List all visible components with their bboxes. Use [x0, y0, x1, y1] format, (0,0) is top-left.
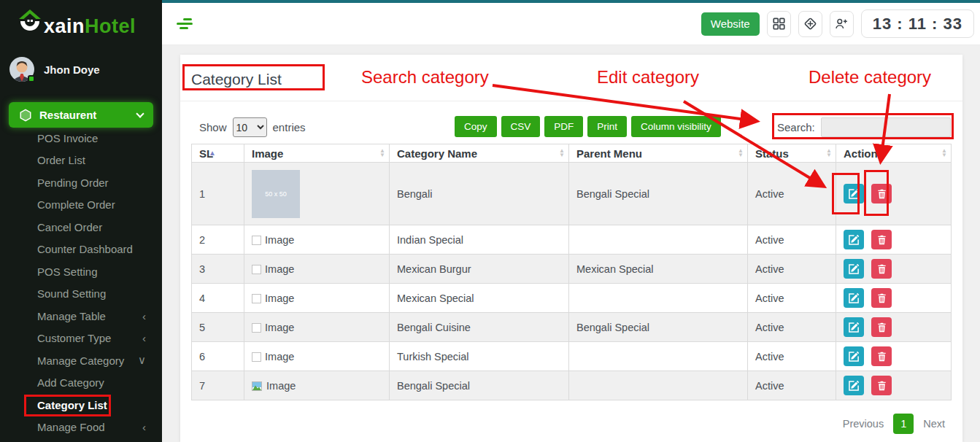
trash-icon	[877, 322, 887, 333]
sidebar-menu-item[interactable]: Sound Setting	[0, 283, 162, 306]
delete-button[interactable]	[871, 317, 892, 337]
sort-icons: ▲▼	[738, 149, 744, 158]
cell-image: Image	[244, 284, 390, 313]
next-page-button[interactable]: Next	[923, 418, 945, 430]
page-title: Category List	[191, 71, 282, 88]
column-header[interactable]: Action ▲▼	[836, 144, 952, 163]
person-plus-icon	[835, 18, 848, 31]
grid-icon	[773, 18, 785, 30]
image-alt-text: Image	[265, 322, 294, 333]
trash-icon	[877, 352, 887, 362]
entries-select[interactable]: 10	[233, 117, 267, 137]
sidebar-menu-item[interactable]: Counter Dashboard	[0, 239, 162, 261]
page-length-control: Show 10 entries	[199, 117, 306, 137]
sidebar-menu-item[interactable]: POS Invoice	[0, 127, 162, 150]
delete-button[interactable]	[871, 230, 892, 249]
edit-button[interactable]	[844, 230, 864, 249]
sort-icons: ▲▼	[941, 149, 947, 158]
edit-pencil-icon	[849, 234, 860, 245]
sidebar-item-label: Customer Type	[37, 332, 111, 344]
edit-button[interactable]	[844, 259, 864, 279]
cell-category-name: Mexican Special	[390, 284, 569, 313]
image-placeholder: 50 x 50	[252, 170, 300, 218]
edit-button[interactable]	[844, 376, 864, 395]
sidebar-item-restaurent[interactable]: Restaurent	[9, 102, 153, 128]
sidebar-item-label: Sound Setting	[37, 287, 106, 300]
hexagon-icon	[19, 109, 32, 122]
column-header-label: Parent Menu	[576, 147, 642, 160]
export-button-csv[interactable]: CSV	[501, 116, 541, 137]
sidebar-menu: POS Invoice Order List Pending Order Com…	[0, 127, 162, 438]
cell-status: Active	[748, 284, 836, 313]
sidebar-menu-item[interactable]: Complete Order	[0, 194, 162, 217]
broken-image-icon	[252, 236, 261, 245]
category-table: SL ▲ Image ▲▼ Category Name ▲▼ Parent Me…	[191, 144, 952, 400]
sidebar-menu-item[interactable]: Cancel Order	[0, 216, 162, 239]
cell-image: Image	[244, 225, 390, 255]
sidebar-menu-item[interactable]: Order List	[0, 150, 162, 172]
cell-status: Active	[748, 163, 836, 225]
sidebar-menu-item[interactable]: Manage Food ‹	[0, 416, 162, 439]
sidebar-item-label: Category List	[37, 399, 107, 411]
submenu-chevron-icon: ‹	[142, 332, 146, 344]
user-profile[interactable]: Jhon Doye	[9, 57, 100, 82]
cell-parent-menu	[569, 342, 748, 371]
trash-icon	[877, 264, 887, 274]
export-button-copy[interactable]: Copy	[455, 116, 497, 137]
column-header-label: Status	[755, 147, 789, 160]
delete-button[interactable]	[871, 346, 892, 366]
edit-pencil-icon	[849, 351, 860, 362]
edit-button[interactable]	[844, 288, 864, 308]
sidebar-menu-item[interactable]: Pending Order	[0, 171, 162, 194]
trash-icon	[877, 293, 887, 303]
sidebar-menu-item[interactable]: Manage Category ∨	[0, 349, 162, 372]
table-row: 6 Image Turkish Special Active	[192, 342, 952, 371]
column-header[interactable]: Category Name ▲▼	[390, 144, 569, 163]
column-header[interactable]: Image ▲▼	[244, 144, 390, 163]
sort-icons: ▲▼	[379, 149, 385, 158]
sidebar-menu-item[interactable]: Customer Type ‹	[0, 327, 162, 350]
sidebar-menu-item[interactable]: Manage Table ‹	[0, 305, 162, 327]
website-button[interactable]: Website	[701, 12, 760, 36]
sidebar-menu-item[interactable]: POS Setting	[0, 260, 162, 283]
edit-pencil-icon	[849, 292, 860, 303]
table-body: 1 50 x 50 Bengali Bengali Special Active	[192, 163, 952, 400]
sidebar-item-label: Pending Order	[37, 177, 109, 189]
cell-status: Active	[748, 225, 836, 255]
apps-grid-button[interactable]	[767, 11, 791, 37]
delete-button[interactable]	[871, 184, 892, 203]
column-header[interactable]: Parent Menu ▲▼	[569, 144, 748, 163]
image-thumbnail-icon	[252, 381, 262, 391]
brand-logo[interactable]: xainHotel	[18, 9, 136, 36]
trash-icon	[877, 235, 887, 245]
cell-parent-menu	[569, 284, 748, 313]
cell-parent-menu: Bengali Special	[569, 163, 748, 225]
sidebar-item-label: Manage Category	[37, 354, 124, 367]
edit-button[interactable]	[844, 317, 864, 337]
cell-status: Active	[748, 255, 836, 284]
delete-button[interactable]	[871, 376, 892, 395]
pos-launcher-button[interactable]	[798, 11, 822, 37]
delete-button[interactable]	[871, 288, 892, 308]
column-header[interactable]: SL ▲	[192, 144, 244, 163]
previous-page-button[interactable]: Previous	[843, 418, 884, 430]
search-input[interactable]	[821, 117, 951, 137]
page-number-button[interactable]: 1	[893, 414, 914, 434]
edit-button[interactable]	[844, 184, 864, 203]
table-row: 5 Image Bengali Cuisine Bengali Special …	[192, 313, 952, 342]
export-button-print[interactable]: Print	[587, 116, 627, 137]
column-header[interactable]: Status ▲▼	[748, 144, 836, 163]
cell-image: Image	[244, 371, 390, 400]
cell-action	[836, 342, 952, 371]
export-button-column-visibility[interactable]: Column visibility	[631, 116, 721, 137]
edit-button[interactable]	[844, 346, 864, 366]
add-user-button[interactable]	[830, 11, 854, 37]
delete-button[interactable]	[871, 259, 892, 279]
sidebar-menu-item[interactable]: Category List	[0, 394, 162, 416]
cell-status: Active	[748, 313, 836, 342]
cell-sl: 5	[192, 313, 244, 342]
export-button-pdf[interactable]: PDF	[544, 116, 583, 137]
sidebar-toggle-icon[interactable]	[177, 16, 194, 31]
cell-sl: 4	[192, 284, 244, 313]
sidebar-menu-item[interactable]: Add Category	[0, 372, 162, 395]
